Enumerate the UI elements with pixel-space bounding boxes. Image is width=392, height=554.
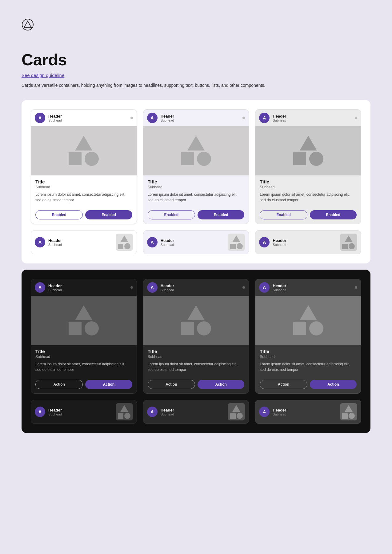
card-body-1: Title Subhead Lorem ipsum dolor sit amet… xyxy=(31,175,137,210)
dark-compact-header-sub-2: Subhead xyxy=(161,412,174,416)
light-compact-grid: A Header Subhead xyxy=(31,230,361,254)
card-body-text-1: Lorem ipsum dolor sit amet, consectetur … xyxy=(35,192,132,203)
compact-ci-1 xyxy=(124,243,130,249)
card-body-3: Title Subhead Lorem ipsum dolor sit amet… xyxy=(255,175,361,210)
triangle-2 xyxy=(187,136,205,151)
dark-compact-header-title-1: Header xyxy=(48,408,62,412)
compact-header-left-2: A Header Subhead xyxy=(147,237,174,247)
dark-section: A Header Subhead xyxy=(22,270,370,433)
dark-compact-shapes-3 xyxy=(342,405,355,419)
dark-dot-menu-3 xyxy=(355,286,357,289)
dark-compact-row-1 xyxy=(118,413,130,419)
dark-card-header-left-3: A Header Subhead xyxy=(259,282,286,293)
compact-card-light-3: A Header Subhead xyxy=(255,230,361,254)
compact-sq-2 xyxy=(230,244,236,249)
dark-card-grid: A Header Subhead xyxy=(31,279,361,394)
logo xyxy=(22,18,370,41)
square-3 xyxy=(293,152,306,165)
dark-card-body-1: Title Subhead Lorem ipsum dolor sit amet… xyxy=(31,345,137,380)
compact-row-2 xyxy=(230,243,243,249)
design-link[interactable]: See design guideline xyxy=(22,73,64,78)
dark-square-3 xyxy=(293,322,306,335)
card-actions-2: Enabled Enabled xyxy=(143,210,249,224)
dark-compact-icon-box-1 xyxy=(116,403,133,420)
dark-card-title-1: Title xyxy=(35,349,132,354)
btn-action-filled-2[interactable]: Action xyxy=(198,380,244,389)
compact-avatar-2: A xyxy=(147,237,158,247)
card-media-3 xyxy=(255,126,361,175)
dark-compact-avatar-3: A xyxy=(259,407,270,417)
compact-avatar-3: A xyxy=(259,237,270,247)
btn-enabled-outline-3[interactable]: Enabled xyxy=(260,210,307,219)
compact-shapes-1 xyxy=(118,235,130,249)
compact-header-sub-1: Subhead xyxy=(48,243,62,247)
compact-row-1 xyxy=(118,243,130,249)
compact-shapes-3 xyxy=(342,235,355,249)
card-subhead-1: Subhead xyxy=(35,185,132,189)
page-description: Cards are versatile containers, holding … xyxy=(22,83,370,88)
dark-compact-header-text-2: Header Subhead xyxy=(161,408,174,416)
compact-tri-1 xyxy=(120,235,128,242)
dark-shapes-icon-2 xyxy=(181,305,211,335)
light-section: A Header Subhead xyxy=(22,100,370,263)
avatar-3: A xyxy=(259,113,270,123)
btn-action-outline-3[interactable]: Action xyxy=(260,380,307,389)
dark-compact-tri-2 xyxy=(232,405,240,412)
dark-card-header-title-1: Header xyxy=(48,283,62,288)
compact-tri-3 xyxy=(345,235,353,242)
dark-shapes-icon-3 xyxy=(293,305,323,335)
dark-compact-icon-box-2 xyxy=(228,403,245,420)
compact-icon-box-2 xyxy=(228,234,245,251)
btn-action-outline-2[interactable]: Action xyxy=(148,380,195,389)
dark-card-header-text-3: Header Subhead xyxy=(273,283,286,292)
compact-header-text-2: Header Subhead xyxy=(161,238,174,247)
dark-card-actions-1: Action Action xyxy=(31,380,137,393)
compact-card-dark-2: A Header Subhead xyxy=(143,400,249,424)
btn-enabled-filled-1[interactable]: Enabled xyxy=(85,210,132,219)
square-2 xyxy=(181,152,194,165)
compact-shapes-2 xyxy=(230,235,243,249)
dark-card-header-text-1: Header Subhead xyxy=(48,283,62,292)
card-header-title-1: Header xyxy=(48,114,62,118)
dark-compact-row-2 xyxy=(230,413,243,419)
circle-3 xyxy=(309,152,323,166)
compact-card-light-2: A Header Subhead xyxy=(143,230,249,254)
btn-action-filled-1[interactable]: Action xyxy=(85,380,132,389)
card-dark-1: A Header Subhead xyxy=(31,279,137,394)
dark-compact-ci-3 xyxy=(349,413,355,419)
card-light-2: A Header Subhead xyxy=(143,109,249,224)
dark-compact-sq-1 xyxy=(118,413,123,419)
dark-card-header-sub-1: Subhead xyxy=(48,288,62,292)
compact-icon-box-3 xyxy=(340,234,357,251)
card-header-sub-3: Subhead xyxy=(273,118,286,122)
dark-compact-shapes-2 xyxy=(230,405,243,419)
btn-enabled-outline-1[interactable]: Enabled xyxy=(35,210,83,219)
btn-action-outline-1[interactable]: Action xyxy=(35,380,83,389)
dark-compact-tri-3 xyxy=(345,405,353,412)
compact-header-sub-2: Subhead xyxy=(161,243,174,247)
btn-enabled-filled-2[interactable]: Enabled xyxy=(198,210,244,219)
page-title: Cards xyxy=(22,50,370,69)
dark-compact-header-text-3: Header Subhead xyxy=(273,408,286,416)
triangle-1 xyxy=(75,136,92,151)
card-media-1 xyxy=(31,126,137,175)
card-body-text-2: Lorem ipsum dolor sit amet, consectetur … xyxy=(148,192,245,203)
dark-card-media-3 xyxy=(255,296,361,345)
btn-enabled-outline-2[interactable]: Enabled xyxy=(148,210,195,219)
dark-triangle-3 xyxy=(300,305,317,320)
card-title-3: Title xyxy=(260,179,357,184)
dark-card-body-text-2: Lorem ipsum dolor sit amet, consectetur … xyxy=(148,361,245,372)
btn-action-filled-3[interactable]: Action xyxy=(310,380,357,389)
compact-header-text-1: Header Subhead xyxy=(48,238,62,247)
card-dark-2: A Header Subhead xyxy=(143,279,249,394)
compact-tri-2 xyxy=(232,235,240,242)
dark-card-header-text-2: Header Subhead xyxy=(161,283,174,292)
dark-square-1 xyxy=(69,322,82,335)
btn-enabled-filled-3[interactable]: Enabled xyxy=(310,210,357,219)
card-header-sub-1: Subhead xyxy=(48,118,62,122)
dark-compact-row-3 xyxy=(342,413,355,419)
dark-card-header-sub-2: Subhead xyxy=(161,288,174,292)
card-header-text-1: Header Subhead xyxy=(48,114,62,122)
card-header-left-2: A Header Subhead xyxy=(147,113,174,123)
compact-header-text-3: Header Subhead xyxy=(273,238,286,247)
